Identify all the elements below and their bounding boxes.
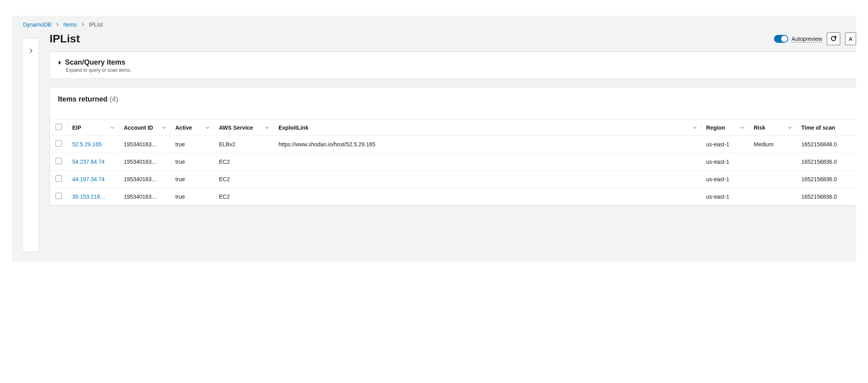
table-row: 35.153.218…195340163…trueEC2us-east-1165… <box>50 188 856 205</box>
refresh-icon <box>830 35 837 43</box>
chevron-right-icon <box>56 23 60 27</box>
cell-aws-service: EC2 <box>214 153 274 170</box>
sort-icon <box>205 126 209 130</box>
expand-sidebar-tab[interactable] <box>23 38 39 252</box>
cell-exploit-link <box>274 170 701 188</box>
scan-query-expand[interactable]: Scan/Query items <box>58 58 848 67</box>
column-header-risk[interactable]: Risk <box>749 120 797 136</box>
column-header-eip[interactable]: EIP <box>67 120 119 136</box>
cell-active: true <box>171 188 214 205</box>
toggle-switch-icon <box>774 35 788 43</box>
sort-icon <box>162 126 166 130</box>
column-header-account-id[interactable]: Account ID <box>119 120 171 136</box>
cell-active: true <box>171 170 214 188</box>
cell-aws-service: ELBv2 <box>214 136 274 153</box>
breadcrumb: DynamoDB Items IPList <box>12 16 856 28</box>
cell-risk <box>749 188 797 205</box>
cell-time-of-scan: 1652156836.0 <box>797 188 856 205</box>
breadcrumb-current: IPList <box>89 21 103 28</box>
chevron-right-icon <box>28 48 34 55</box>
column-header-time-of-scan[interactable]: Time of scan <box>797 120 856 136</box>
cell-account-id: 195340163… <box>119 136 171 153</box>
sort-icon <box>788 126 792 130</box>
sort-icon <box>740 126 744 130</box>
column-header-exploit-link[interactable]: ExploitLink <box>274 120 701 136</box>
cell-risk <box>749 153 797 170</box>
cell-risk <box>749 170 797 188</box>
cell-aws-service: EC2 <box>214 188 274 205</box>
select-all-checkbox[interactable] <box>56 124 62 130</box>
breadcrumb-link-dynamodb[interactable]: DynamoDB <box>23 21 52 28</box>
items-returned-panel: Items returned (4) EIP <box>50 87 856 206</box>
cell-exploit-link: https://www.shodan.io/host/52.5.29.165 <box>274 136 701 153</box>
cell-active: true <box>171 153 214 170</box>
items-table: EIP Account ID Active <box>50 119 856 205</box>
sort-icon <box>110 126 114 130</box>
eip-link[interactable]: 52.5.29.165 <box>72 141 102 147</box>
cell-exploit-link <box>274 188 701 205</box>
row-checkbox[interactable] <box>56 158 62 164</box>
items-returned-label: Items returned <box>58 95 108 103</box>
cell-region: us-east-1 <box>701 136 749 153</box>
eip-link[interactable]: 35.153.218… <box>72 193 106 200</box>
cell-time-of-scan: 1652156836.0 <box>797 170 856 188</box>
cell-aws-service: EC2 <box>214 170 274 188</box>
breadcrumb-link-items[interactable]: Items <box>63 21 77 28</box>
sort-icon <box>693 126 697 130</box>
autopreview-label: Autopreview <box>791 36 822 42</box>
eip-link[interactable]: 44.197.34.74 <box>72 176 105 182</box>
caret-right-icon <box>58 58 62 67</box>
items-returned-count: (4) <box>109 95 118 103</box>
cell-active: true <box>171 136 214 153</box>
autopreview-toggle[interactable]: Autopreview <box>774 35 822 43</box>
sort-icon <box>265 126 269 130</box>
scan-query-title: Scan/Query items <box>65 58 125 67</box>
cell-region: us-east-1 <box>701 153 749 170</box>
table-row: 54.237.64.74195340163…trueEC2us-east-116… <box>50 153 856 170</box>
cell-account-id: 195340163… <box>119 153 171 170</box>
cell-time-of-scan: 1652156848.0 <box>797 136 856 153</box>
row-checkbox[interactable] <box>56 193 62 199</box>
eip-link[interactable]: 54.237.64.74 <box>72 159 105 165</box>
table-row: 52.5.29.165195340163…trueELBv2https://ww… <box>50 136 856 153</box>
page-title: IPList <box>50 33 80 45</box>
refresh-button[interactable] <box>827 33 840 45</box>
table-row: 44.197.34.74195340163…trueEC2us-east-116… <box>50 170 856 188</box>
cell-region: us-east-1 <box>701 188 749 205</box>
scan-query-subtitle: Expand to query or scan items. <box>66 67 848 73</box>
cell-region: us-east-1 <box>701 170 749 188</box>
cell-risk: Medium <box>749 136 797 153</box>
cell-exploit-link <box>274 153 701 170</box>
row-checkbox[interactable] <box>56 140 62 147</box>
column-header-region[interactable]: Region <box>701 120 749 136</box>
cell-account-id: 195340163… <box>119 170 171 188</box>
cell-time-of-scan: 1652156836.0 <box>797 153 856 170</box>
column-header-aws-service[interactable]: AWS Service <box>214 120 274 136</box>
scan-query-panel: Scan/Query items Expand to query or scan… <box>50 52 856 79</box>
cell-account-id: 195340163… <box>119 188 171 205</box>
actions-button[interactable]: A <box>845 33 856 45</box>
column-header-active[interactable]: Active <box>171 120 214 136</box>
row-checkbox[interactable] <box>56 175 62 182</box>
chevron-right-icon <box>81 23 85 27</box>
